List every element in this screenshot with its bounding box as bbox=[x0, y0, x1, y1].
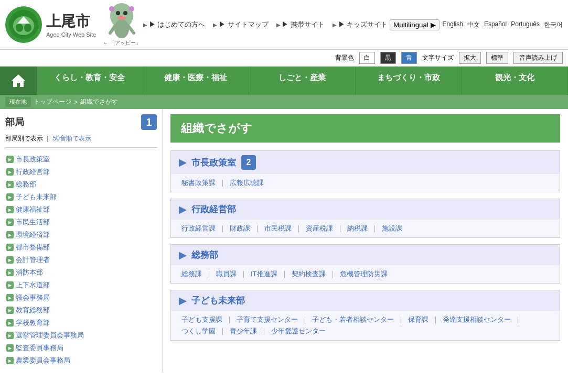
department-sub-link[interactable]: つくし学園 bbox=[181, 326, 216, 336]
nav-link-mobile[interactable]: ▶ 携帯サイト bbox=[276, 20, 325, 29]
department-section: ▶ 総務部 総務課｜職員課｜IT推進課｜契約検査課｜危機管理防災課 bbox=[170, 244, 560, 284]
home-icon bbox=[10, 73, 26, 89]
department-arrow-icon: ▶ bbox=[179, 249, 186, 261]
lang-spanish[interactable]: Español bbox=[484, 20, 507, 29]
department-sub-link[interactable]: 行政経営課 bbox=[181, 224, 216, 233]
department-sub-link[interactable]: 市民税課 bbox=[264, 224, 292, 233]
department-sub-link[interactable]: 保育課 bbox=[408, 315, 428, 324]
bg-black-button[interactable]: 黒 bbox=[380, 52, 396, 64]
sidebar-item-link[interactable]: 行政経営部 bbox=[16, 167, 50, 177]
department-sub-link[interactable]: 職員課 bbox=[216, 269, 237, 279]
department-sub-link[interactable]: 広報広聴課 bbox=[230, 178, 264, 188]
department-name-link[interactable]: 総務部 bbox=[191, 249, 218, 261]
department-sub-link[interactable]: 発達支援相談センター bbox=[443, 315, 511, 324]
link-separator: ｜ bbox=[206, 269, 212, 279]
lang-portuguese[interactable]: Português bbox=[511, 20, 540, 29]
lang-english[interactable]: English bbox=[443, 20, 463, 29]
sidebar-item-link[interactable]: 農業委員会事務局 bbox=[16, 356, 70, 365]
breadcrumb-top[interactable]: トップページ bbox=[34, 97, 71, 106]
sidebar-item: 会計管理者 bbox=[5, 254, 157, 266]
nav-shigoto[interactable]: しごと・産業 bbox=[249, 67, 356, 95]
department-sub-link[interactable]: 子ども支援課 bbox=[181, 315, 222, 324]
department-sub-link[interactable]: 施設課 bbox=[382, 224, 402, 233]
voice-read-button[interactable]: 音声読み上げ bbox=[513, 52, 563, 64]
nav-link-sitemap[interactable]: ▶ サイトマップ bbox=[213, 20, 268, 29]
sidebar-50on-link[interactable]: 50音順で表示 bbox=[53, 135, 91, 142]
content-area: 部局 1 部局別で表示 ｜ 50音順で表示 市長政策室行政経営部総務部子ども未来… bbox=[0, 109, 568, 372]
department-section: ▶ 子ども未来部 子ども支援課｜子育て支援センター｜子ども・若者相談センター｜保… bbox=[170, 290, 560, 341]
font-large-button[interactable]: 拡大 bbox=[459, 52, 481, 64]
link-separator: ｜ bbox=[219, 178, 226, 188]
bg-white-button[interactable]: 白 bbox=[359, 52, 375, 64]
controls-row: 背景色 白 黒 青 文字サイズ 拡大 標準 音声読み上げ bbox=[0, 50, 568, 67]
sidebar-item-dot bbox=[6, 156, 14, 163]
nav-kanko[interactable]: 観光・文化 bbox=[462, 67, 568, 95]
department-sub-link[interactable]: 財政課 bbox=[230, 224, 250, 233]
sidebar-item-link[interactable]: 市長政策室 bbox=[16, 155, 50, 164]
bg-blue-button[interactable]: 青 bbox=[401, 52, 417, 64]
nav-link-hajimete[interactable]: ▶ はじめての方へ bbox=[143, 20, 205, 29]
department-name-link[interactable]: 子ども未来部 bbox=[191, 295, 245, 307]
svg-marker-14 bbox=[12, 74, 25, 87]
site-title-block: 上尾市 Ageo City Web Site bbox=[46, 12, 96, 38]
sidebar: 部局 1 部局別で表示 ｜ 50音順で表示 市長政策室行政経営部総務部子ども未来… bbox=[0, 109, 163, 372]
sidebar-item-dot bbox=[6, 181, 14, 188]
sidebar-item-link[interactable]: 議会事務局 bbox=[16, 293, 50, 302]
department-header: ▶ 総務部 bbox=[171, 245, 560, 265]
mascot-label: ← 「アッピー」 bbox=[103, 39, 141, 47]
font-standard-button[interactable]: 標準 bbox=[486, 52, 508, 64]
multilingual-button[interactable]: Multilingual ▶ bbox=[390, 19, 439, 30]
sidebar-item-link[interactable]: 市民生活部 bbox=[16, 217, 50, 227]
department-sub-link[interactable]: 子育て支援センター bbox=[237, 315, 298, 324]
department-sub-link[interactable]: 青少年課 bbox=[230, 326, 257, 336]
site-name: 上尾市 bbox=[46, 12, 96, 31]
site-subtitle: Ageo City Web Site bbox=[46, 31, 96, 38]
lang-korean[interactable]: 한국어 bbox=[544, 20, 563, 29]
sidebar-item-link[interactable]: 消防本部 bbox=[16, 268, 43, 277]
link-separator: ｜ bbox=[281, 269, 288, 279]
sidebar-item-link[interactable]: 教育総務部 bbox=[16, 306, 50, 315]
nav-kenko[interactable]: 健康・医療・福祉 bbox=[143, 67, 250, 95]
home-nav-item[interactable] bbox=[0, 67, 37, 95]
sidebar-item-link[interactable]: 学校教育部 bbox=[16, 318, 50, 328]
sidebar-item-link[interactable]: 監査委員事務局 bbox=[16, 343, 63, 353]
department-sub-link[interactable]: 秘書政策課 bbox=[181, 178, 216, 188]
sidebar-item-link[interactable]: 選挙管理委員会事務局 bbox=[16, 331, 84, 340]
department-sub-link[interactable]: 資産税課 bbox=[306, 224, 333, 233]
department-sub-link[interactable]: 少年愛護センター bbox=[271, 326, 326, 336]
department-sub-link[interactable]: 総務課 bbox=[181, 269, 202, 279]
sidebar-item-link[interactable]: 環境経済部 bbox=[16, 230, 50, 239]
svg-line-10 bbox=[110, 26, 115, 33]
sidebar-item-link[interactable]: 子ども未来部 bbox=[16, 192, 57, 202]
sidebar-item-link[interactable]: 健康福祉部 bbox=[16, 205, 50, 214]
lang-chinese[interactable]: 中文 bbox=[467, 20, 480, 29]
department-sub-link[interactable]: 子ども・若者相談センター bbox=[312, 315, 394, 324]
sidebar-item-link[interactable]: 会計管理者 bbox=[16, 255, 50, 265]
nav-link-kids[interactable]: ▶ キッズサイト bbox=[333, 20, 388, 29]
nav-machizukuri[interactable]: まちづくり・市政 bbox=[356, 67, 462, 95]
department-name-link[interactable]: 市長政策室 bbox=[191, 157, 236, 169]
sidebar-item: 学校教育部 bbox=[5, 317, 157, 329]
nav-kurashi[interactable]: くらし・教育・安全 bbox=[37, 67, 143, 95]
top-nav-links: ▶ はじめての方へ ▶ サイトマップ ▶ 携帯サイト ▶ キッズサイト bbox=[143, 20, 388, 29]
department-sub-link[interactable]: 契約検査課 bbox=[292, 269, 326, 279]
department-header: ▶ 市長政策室 2 bbox=[171, 151, 560, 174]
sidebar-item-dot bbox=[6, 319, 14, 326]
department-sub-link[interactable]: 危機管理防災課 bbox=[340, 269, 388, 279]
department-header: ▶ 子ども未来部 bbox=[171, 290, 560, 311]
sidebar-item-link[interactable]: 総務部 bbox=[16, 180, 36, 189]
department-container: ▶ 市長政策室 2 秘書政策課｜広報広聴課 ▶ 行政経営部 行政経営課｜財政課｜… bbox=[170, 150, 560, 341]
sidebar-item-link[interactable]: 上下水道部 bbox=[16, 280, 50, 290]
sidebar-item-dot bbox=[6, 294, 14, 301]
department-sub-link[interactable]: 納税課 bbox=[347, 224, 368, 233]
sidebar-filter-text: 部局別で表示 bbox=[5, 135, 43, 142]
department-links: 秘書政策課｜広報広聴課 bbox=[171, 174, 560, 192]
current-location-badge: 現在地 bbox=[5, 97, 31, 107]
sidebar-header: 部局 1 bbox=[5, 114, 157, 130]
sidebar-item-link[interactable]: 都市整備部 bbox=[16, 243, 50, 252]
sidebar-item: 議会事務局 bbox=[5, 291, 157, 304]
svg-point-8 bbox=[117, 16, 126, 20]
sidebar-item-dot bbox=[6, 332, 14, 339]
department-name-link[interactable]: 行政経営部 bbox=[191, 203, 236, 215]
department-sub-link[interactable]: IT推進課 bbox=[251, 269, 277, 279]
